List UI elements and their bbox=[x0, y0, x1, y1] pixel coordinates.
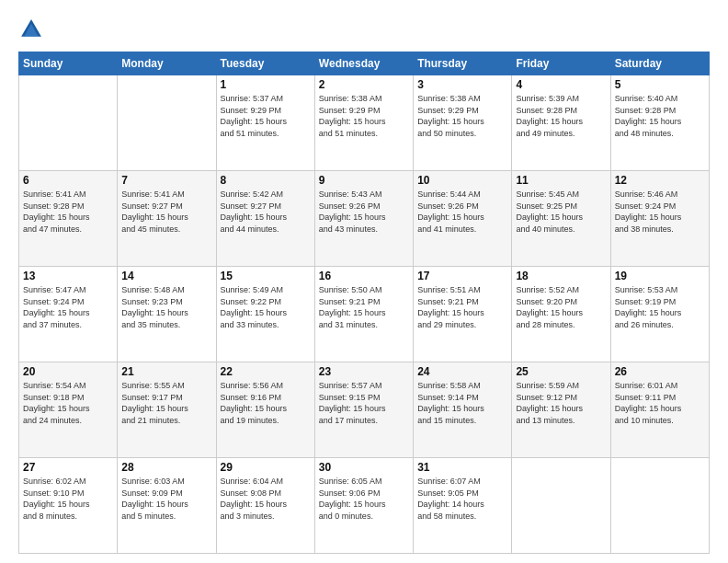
day-info: Sunrise: 5:43 AM Sunset: 9:26 PM Dayligh… bbox=[319, 189, 409, 235]
day-number: 14 bbox=[121, 270, 211, 282]
calendar-header-row: SundayMondayTuesdayWednesdayThursdayFrid… bbox=[19, 52, 710, 75]
day-number: 29 bbox=[221, 461, 311, 474]
day-info: Sunrise: 5:52 AM Sunset: 9:20 PM Dayligh… bbox=[516, 284, 606, 330]
day-number: 16 bbox=[319, 270, 409, 282]
calendar-cell: 10Sunrise: 5:44 AM Sunset: 9:26 PM Dayli… bbox=[414, 171, 512, 267]
calendar-cell: 19Sunrise: 5:53 AM Sunset: 9:19 PM Dayli… bbox=[610, 267, 709, 362]
calendar-cell: 26Sunrise: 6:01 AM Sunset: 9:11 PM Dayli… bbox=[610, 362, 709, 458]
day-info: Sunrise: 5:59 AM Sunset: 9:12 PM Dayligh… bbox=[516, 380, 606, 426]
calendar-cell: 3Sunrise: 5:38 AM Sunset: 9:29 PM Daylig… bbox=[414, 75, 512, 171]
calendar-cell bbox=[19, 75, 118, 171]
header bbox=[18, 17, 710, 42]
day-number: 31 bbox=[417, 461, 507, 474]
day-number: 7 bbox=[121, 174, 211, 187]
day-info: Sunrise: 6:07 AM Sunset: 9:05 PM Dayligh… bbox=[417, 476, 507, 522]
calendar-cell: 27Sunrise: 6:02 AM Sunset: 9:10 PM Dayli… bbox=[19, 458, 118, 554]
day-info: Sunrise: 5:38 AM Sunset: 9:29 PM Dayligh… bbox=[417, 93, 507, 139]
calendar-cell: 5Sunrise: 5:40 AM Sunset: 9:28 PM Daylig… bbox=[610, 75, 709, 171]
day-number: 20 bbox=[23, 365, 113, 378]
day-info: Sunrise: 5:45 AM Sunset: 9:25 PM Dayligh… bbox=[516, 189, 606, 235]
day-number: 24 bbox=[417, 365, 507, 378]
day-info: Sunrise: 5:55 AM Sunset: 9:17 PM Dayligh… bbox=[121, 380, 211, 426]
day-info: Sunrise: 5:44 AM Sunset: 9:26 PM Dayligh… bbox=[417, 189, 507, 235]
calendar-cell: 20Sunrise: 5:54 AM Sunset: 9:18 PM Dayli… bbox=[19, 362, 118, 458]
calendar-week-3: 13Sunrise: 5:47 AM Sunset: 9:24 PM Dayli… bbox=[19, 267, 710, 362]
day-number: 19 bbox=[615, 270, 705, 282]
calendar-cell: 17Sunrise: 5:51 AM Sunset: 9:21 PM Dayli… bbox=[414, 267, 512, 362]
day-number: 15 bbox=[221, 270, 311, 282]
calendar-cell: 30Sunrise: 6:05 AM Sunset: 9:06 PM Dayli… bbox=[314, 458, 413, 554]
calendar-cell: 31Sunrise: 6:07 AM Sunset: 9:05 PM Dayli… bbox=[414, 458, 512, 554]
day-info: Sunrise: 5:57 AM Sunset: 9:15 PM Dayligh… bbox=[319, 380, 409, 426]
calendar-cell: 12Sunrise: 5:46 AM Sunset: 9:24 PM Dayli… bbox=[610, 171, 709, 267]
day-number: 2 bbox=[319, 78, 409, 91]
day-info: Sunrise: 6:05 AM Sunset: 9:06 PM Dayligh… bbox=[319, 476, 409, 522]
day-info: Sunrise: 5:39 AM Sunset: 9:28 PM Dayligh… bbox=[516, 93, 606, 139]
day-number: 1 bbox=[221, 78, 311, 91]
day-number: 4 bbox=[516, 78, 606, 91]
day-info: Sunrise: 5:51 AM Sunset: 9:21 PM Dayligh… bbox=[417, 284, 507, 330]
calendar-week-1: 1Sunrise: 5:37 AM Sunset: 9:29 PM Daylig… bbox=[19, 75, 710, 171]
day-number: 13 bbox=[23, 270, 113, 282]
page: SundayMondayTuesdayWednesdayThursdayFrid… bbox=[0, 0, 728, 563]
day-info: Sunrise: 6:01 AM Sunset: 9:11 PM Dayligh… bbox=[615, 380, 705, 426]
calendar-cell: 24Sunrise: 5:58 AM Sunset: 9:14 PM Dayli… bbox=[414, 362, 512, 458]
calendar-cell: 29Sunrise: 6:04 AM Sunset: 9:08 PM Dayli… bbox=[216, 458, 314, 554]
day-info: Sunrise: 5:42 AM Sunset: 9:27 PM Dayligh… bbox=[221, 189, 311, 235]
day-info: Sunrise: 6:03 AM Sunset: 9:09 PM Dayligh… bbox=[121, 476, 211, 522]
day-number: 12 bbox=[615, 174, 705, 187]
calendar-cell: 15Sunrise: 5:49 AM Sunset: 9:22 PM Dayli… bbox=[216, 267, 314, 362]
day-info: Sunrise: 5:50 AM Sunset: 9:21 PM Dayligh… bbox=[319, 284, 409, 330]
day-info: Sunrise: 5:46 AM Sunset: 9:24 PM Dayligh… bbox=[615, 189, 705, 235]
calendar-week-2: 6Sunrise: 5:41 AM Sunset: 9:28 PM Daylig… bbox=[19, 171, 710, 267]
calendar-cell bbox=[118, 75, 216, 171]
day-info: Sunrise: 5:54 AM Sunset: 9:18 PM Dayligh… bbox=[23, 380, 113, 426]
day-number: 25 bbox=[516, 365, 606, 378]
day-number: 8 bbox=[221, 174, 311, 187]
day-info: Sunrise: 5:58 AM Sunset: 9:14 PM Dayligh… bbox=[417, 380, 507, 426]
calendar-cell: 9Sunrise: 5:43 AM Sunset: 9:26 PM Daylig… bbox=[314, 171, 413, 267]
calendar-cell: 22Sunrise: 5:56 AM Sunset: 9:16 PM Dayli… bbox=[216, 362, 314, 458]
day-info: Sunrise: 6:04 AM Sunset: 9:08 PM Dayligh… bbox=[221, 476, 311, 522]
day-number: 28 bbox=[121, 461, 211, 474]
calendar-cell: 2Sunrise: 5:38 AM Sunset: 9:29 PM Daylig… bbox=[314, 75, 413, 171]
calendar-cell: 21Sunrise: 5:55 AM Sunset: 9:17 PM Dayli… bbox=[118, 362, 216, 458]
calendar-cell: 4Sunrise: 5:39 AM Sunset: 9:28 PM Daylig… bbox=[512, 75, 610, 171]
logo bbox=[18, 17, 48, 42]
day-number: 5 bbox=[615, 78, 705, 91]
day-info: Sunrise: 5:41 AM Sunset: 9:27 PM Dayligh… bbox=[121, 189, 211, 235]
calendar-weekday-thursday: Thursday bbox=[414, 52, 512, 75]
day-number: 30 bbox=[319, 461, 409, 474]
day-number: 22 bbox=[221, 365, 311, 378]
calendar-weekday-saturday: Saturday bbox=[610, 52, 709, 75]
day-info: Sunrise: 5:47 AM Sunset: 9:24 PM Dayligh… bbox=[23, 284, 113, 330]
calendar-cell: 28Sunrise: 6:03 AM Sunset: 9:09 PM Dayli… bbox=[118, 458, 216, 554]
day-number: 27 bbox=[23, 461, 113, 474]
calendar-cell: 23Sunrise: 5:57 AM Sunset: 9:15 PM Dayli… bbox=[314, 362, 413, 458]
calendar-weekday-sunday: Sunday bbox=[19, 52, 118, 75]
calendar-cell: 7Sunrise: 5:41 AM Sunset: 9:27 PM Daylig… bbox=[118, 171, 216, 267]
day-number: 6 bbox=[23, 174, 113, 187]
day-info: Sunrise: 5:56 AM Sunset: 9:16 PM Dayligh… bbox=[221, 380, 311, 426]
calendar-weekday-friday: Friday bbox=[512, 52, 610, 75]
day-info: Sunrise: 5:53 AM Sunset: 9:19 PM Dayligh… bbox=[615, 284, 705, 330]
day-info: Sunrise: 5:41 AM Sunset: 9:28 PM Dayligh… bbox=[23, 189, 113, 235]
day-info: Sunrise: 6:02 AM Sunset: 9:10 PM Dayligh… bbox=[23, 476, 113, 522]
day-info: Sunrise: 5:38 AM Sunset: 9:29 PM Dayligh… bbox=[319, 93, 409, 139]
day-info: Sunrise: 5:40 AM Sunset: 9:28 PM Dayligh… bbox=[615, 93, 705, 139]
calendar-cell: 25Sunrise: 5:59 AM Sunset: 9:12 PM Dayli… bbox=[512, 362, 610, 458]
calendar-cell: 8Sunrise: 5:42 AM Sunset: 9:27 PM Daylig… bbox=[216, 171, 314, 267]
calendar-cell: 13Sunrise: 5:47 AM Sunset: 9:24 PM Dayli… bbox=[19, 267, 118, 362]
day-number: 26 bbox=[615, 365, 705, 378]
calendar-cell bbox=[512, 458, 610, 554]
calendar-week-4: 20Sunrise: 5:54 AM Sunset: 9:18 PM Dayli… bbox=[19, 362, 710, 458]
day-number: 11 bbox=[516, 174, 606, 187]
calendar-cell: 11Sunrise: 5:45 AM Sunset: 9:25 PM Dayli… bbox=[512, 171, 610, 267]
calendar-cell: 18Sunrise: 5:52 AM Sunset: 9:20 PM Dayli… bbox=[512, 267, 610, 362]
day-number: 17 bbox=[417, 270, 507, 282]
day-info: Sunrise: 5:49 AM Sunset: 9:22 PM Dayligh… bbox=[221, 284, 311, 330]
calendar-cell: 1Sunrise: 5:37 AM Sunset: 9:29 PM Daylig… bbox=[216, 75, 314, 171]
day-number: 10 bbox=[417, 174, 507, 187]
day-number: 3 bbox=[417, 78, 507, 91]
calendar-cell bbox=[610, 458, 709, 554]
